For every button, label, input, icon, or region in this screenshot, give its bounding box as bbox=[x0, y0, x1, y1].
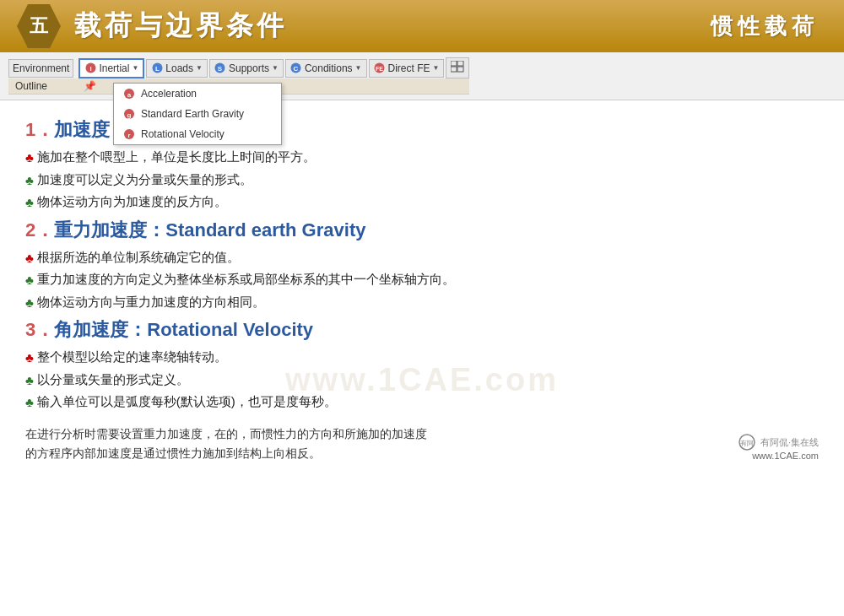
toolbar-area: Environment I Inertial ▼ L Loads ▼ S Sup… bbox=[0, 52, 844, 100]
conditions-button[interactable]: C Conditions ▼ bbox=[285, 59, 367, 78]
conditions-icon: C bbox=[290, 62, 302, 74]
supports-icon: S bbox=[214, 62, 226, 74]
inertial-dropdown-arrow: ▼ bbox=[132, 64, 138, 72]
supports-button[interactable]: S Supports ▼ bbox=[209, 59, 284, 78]
club-icon-3-3: ♣ bbox=[25, 393, 34, 413]
acceleration-icon: a bbox=[122, 87, 136, 100]
section-2-num: 2． bbox=[25, 219, 54, 240]
club-icon-2-3: ♣ bbox=[25, 294, 34, 313]
conditions-label: Conditions bbox=[305, 62, 353, 74]
header-subtitle: 惯性载荷 bbox=[711, 12, 819, 41]
svg-text:FE: FE bbox=[376, 66, 383, 72]
section-3-title-en: Rotational Velocity bbox=[147, 319, 313, 340]
section-2-bullet-3: ♣ 物体运动方向与重力加速度的方向相同。 bbox=[25, 293, 819, 313]
svg-text:g: g bbox=[127, 111, 132, 119]
header-hexagon: 五 bbox=[17, 4, 61, 48]
svg-text:C: C bbox=[294, 65, 299, 73]
section-3-title-cn: 角加速度： bbox=[54, 319, 147, 340]
section-2-bullet-1: ♣ 根据所选的单位制系统确定它的值。 bbox=[25, 248, 819, 268]
logo-text: 有阿侃·集在线 bbox=[760, 436, 819, 449]
directfe-button[interactable]: FE Direct FE ▼ bbox=[369, 59, 445, 78]
dropdown-menu: a Acceleration g Standard Earth Gravity … bbox=[113, 83, 282, 145]
svg-text:I: I bbox=[89, 65, 91, 73]
supports-label: Supports bbox=[229, 62, 269, 74]
svg-rect-11 bbox=[457, 61, 463, 66]
section-3-heading: 3．角加速度：Rotational Velocity bbox=[25, 317, 819, 343]
footer-note-line1: 在进行分析时需要设置重力加速度，在的，而惯性力的方向和所施加的加速度 bbox=[25, 424, 819, 445]
footer-note-line2: 的方程序内部加速度是通过惯性力施加到结构上向相反。 bbox=[25, 444, 819, 464]
section-1-bullet-3-text: 物体运动方向为加速度的反方向。 bbox=[37, 192, 227, 212]
club-icon-1-1: ♣ bbox=[25, 149, 34, 168]
toolbar-row: Environment I Inertial ▼ L Loads ▼ S Sup… bbox=[8, 57, 469, 78]
section-1-bullet-2-text: 加速度可以定义为分量或矢量的形式。 bbox=[37, 170, 252, 190]
section-1-bullet-1: ♣ 施加在整个喂型上，单位是长度比上时间的平方。 bbox=[25, 148, 819, 168]
loads-dropdown-arrow: ▼ bbox=[196, 64, 203, 72]
loads-label: Loads bbox=[165, 62, 193, 74]
conditions-dropdown-arrow: ▼ bbox=[355, 64, 362, 72]
section-2-bullet-3-text: 物体运动方向与重力加速度的方向相同。 bbox=[37, 293, 265, 312]
section-2-bullet-2: ♣ 重力加速度的方向定义为整体坐标系或局部坐标系的其中一个坐标轴方向。 bbox=[25, 270, 819, 290]
club-icon-1-2: ♣ bbox=[25, 171, 34, 191]
directfe-dropdown-arrow: ▼ bbox=[433, 64, 440, 72]
section-3-bullet-3-text: 输入单位可以是弧度每秒(默认选项)，也可是度每秒。 bbox=[37, 392, 337, 412]
footer-note: 在进行分析时需要设置重力加速度，在的，而惯性力的方向和所施加的加速度 的方程序内… bbox=[25, 424, 819, 465]
section-2-bullet-1-text: 根据所选的单位制系统确定它的值。 bbox=[37, 248, 240, 267]
loads-button[interactable]: L Loads ▼ bbox=[146, 59, 208, 78]
section-2-bullet-2-text: 重力加速度的方向定义为整体坐标系或局部坐标系的其中一个坐标轴方向。 bbox=[37, 270, 455, 289]
svg-text:S: S bbox=[218, 65, 223, 73]
section-2-title-en: Standard earth Gravity bbox=[165, 219, 365, 240]
logo-url: www.1CAE.com bbox=[752, 451, 819, 461]
section-1-bullet-1-text: 施加在整个喂型上，单位是长度比上时间的平方。 bbox=[37, 148, 316, 167]
svg-rect-13 bbox=[457, 67, 463, 72]
bottom-logo: 有阿 有阿侃·集在线 www.1CAE.com bbox=[738, 434, 819, 461]
loads-icon: L bbox=[151, 62, 163, 74]
club-icon-2-2: ♣ bbox=[25, 271, 34, 290]
main-content: www.1CAE.com 1．加速度：Acceleration ♣ 施加在整个喂… bbox=[0, 100, 844, 473]
club-icon-1-3: ♣ bbox=[25, 193, 34, 213]
section-3-bullet-2-text: 以分量或矢量的形式定义。 bbox=[37, 370, 189, 390]
directfe-label: Direct FE bbox=[388, 62, 430, 74]
section-1-bullet-3: ♣ 物体运动方向为加速度的反方向。 bbox=[25, 192, 819, 213]
gravity-icon: g bbox=[122, 107, 136, 121]
section-1-bullet-2: ♣ 加速度可以定义为分量或矢量的形式。 bbox=[25, 170, 819, 191]
inertial-icon: I bbox=[84, 62, 96, 74]
grid-icon bbox=[451, 61, 464, 75]
club-icon-3-2: ♣ bbox=[25, 371, 34, 391]
svg-text:L: L bbox=[155, 65, 160, 73]
dropdown-item-acceleration[interactable]: a Acceleration bbox=[114, 84, 281, 104]
section-3-num: 3． bbox=[25, 319, 54, 340]
section-2: 2．重力加速度：Standard earth Gravity ♣ 根据所选的单位… bbox=[25, 218, 819, 313]
section-3-bullet-3: ♣ 输入单位可以是弧度每秒(默认选项)，也可是度每秒。 bbox=[25, 392, 819, 413]
rotational-label: Rotational Velocity bbox=[141, 128, 225, 140]
inertial-label: Inertial bbox=[99, 62, 129, 74]
dropdown-item-rotational[interactable]: r Rotational Velocity bbox=[114, 124, 281, 144]
club-icon-3-1: ♣ bbox=[25, 349, 34, 368]
header: 五 载荷与边界条件 惯性载荷 bbox=[0, 0, 844, 52]
svg-text:r: r bbox=[127, 132, 130, 139]
rotational-icon: r bbox=[122, 127, 136, 141]
outline-label: Outline bbox=[15, 80, 47, 92]
section-3: 3．角加速度：Rotational Velocity ♣ 整个模型以给定的速率绕… bbox=[25, 317, 819, 413]
gravity-label: Standard Earth Gravity bbox=[141, 108, 244, 120]
grid-button[interactable] bbox=[446, 57, 469, 78]
svg-rect-10 bbox=[451, 61, 457, 66]
section-2-title-cn: 重力加速度： bbox=[54, 219, 165, 240]
supports-dropdown-arrow: ▼ bbox=[272, 64, 279, 72]
svg-rect-12 bbox=[451, 67, 457, 72]
section-3-bullet-2: ♣ 以分量或矢量的形式定义。 bbox=[25, 370, 819, 391]
env-label: Environment bbox=[8, 59, 73, 78]
outline-pin: 📌 bbox=[84, 80, 96, 92]
section-2-heading: 2．重力加速度：Standard earth Gravity bbox=[25, 218, 819, 243]
club-icon-2-1: ♣ bbox=[25, 249, 34, 268]
section-1-num: 1． bbox=[25, 119, 54, 140]
acceleration-label: Acceleration bbox=[141, 88, 197, 100]
svg-text:有阿: 有阿 bbox=[740, 440, 754, 447]
header-number: 五 bbox=[30, 14, 48, 39]
dropdown-item-gravity[interactable]: g Standard Earth Gravity bbox=[114, 104, 281, 124]
inertial-button[interactable]: I Inertial ▼ bbox=[78, 58, 144, 78]
svg-text:a: a bbox=[127, 91, 132, 99]
header-title: 载荷与边界条件 bbox=[74, 8, 287, 45]
section-3-bullet-1: ♣ 整个模型以给定的速率绕轴转动。 bbox=[25, 348, 819, 368]
section-3-bullet-1-text: 整个模型以给定的速率绕轴转动。 bbox=[37, 348, 227, 367]
logo-name: 有阿 有阿侃·集在线 bbox=[738, 434, 819, 451]
